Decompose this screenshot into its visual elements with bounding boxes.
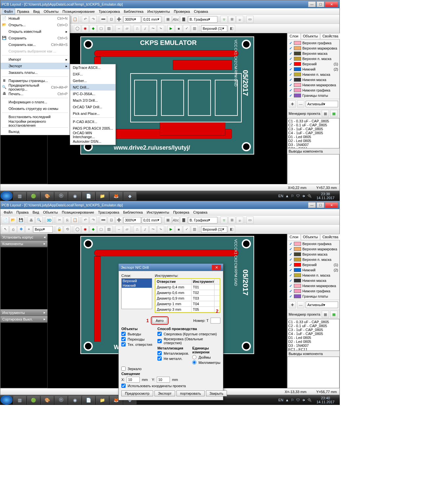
taskbar-firefox[interactable]: 🦊	[110, 192, 123, 200]
pm-icon2[interactable]: ▦	[330, 311, 337, 318]
del-layer-icon[interactable]: —	[297, 100, 304, 108]
chart-icon[interactable]: ▥	[191, 226, 198, 233]
menu-item[interactable]: 🔍Предварительный просмотр...Ctrl+Alt+P	[1, 84, 70, 91]
submenu-item[interactable]: OrCAD MIN Interchange...	[70, 132, 115, 138]
layer-mode-select[interactable]: Активный ▾	[306, 101, 338, 107]
taskbar-notepad[interactable]: 📄	[82, 396, 95, 404]
pins-checkbox[interactable]	[121, 332, 126, 336]
tray-icon-4[interactable]: 🕩	[302, 398, 305, 402]
dim-icon[interactable]: ↔	[115, 25, 123, 32]
align-icon[interactable]: ⎄	[236, 217, 243, 224]
mill-checkbox[interactable]	[157, 339, 162, 343]
lang-indicator[interactable]: EN	[278, 194, 283, 198]
layer-row[interactable]: ✓Верхняя маркировка	[288, 46, 339, 51]
new-icon[interactable]: 📄	[2, 217, 9, 224]
layer-row[interactable]: ✓Нижняя п. маска	[288, 72, 339, 77]
grid-select[interactable]: 0,01 mm ▾	[142, 16, 161, 23]
route2-icon[interactable]: ⎎	[141, 226, 149, 233]
tray-icon-2[interactable]: ⚐	[291, 398, 294, 402]
taskbar-app[interactable]: 🟢	[27, 192, 40, 200]
pm-icon1[interactable]: ▦	[322, 311, 329, 318]
layer-icon[interactable]: ▦	[164, 217, 172, 224]
tray-icon-5[interactable]: 🔌	[307, 194, 312, 198]
tab-Объекты[interactable]: Объекты	[301, 33, 320, 39]
menu-вид[interactable]: Вид	[31, 9, 42, 14]
circle-icon[interactable]: ◯	[74, 25, 81, 32]
component-list[interactable]: C1 - 0.33 uF - CAP_0805C2 - 0.1 uF - CAP…	[287, 319, 339, 351]
route3-icon[interactable]: ⤳	[149, 226, 156, 233]
install-housing[interactable]: Установить корпус◂	[0, 234, 48, 241]
play-icon[interactable]: ▶	[167, 25, 174, 32]
square2-icon[interactable]: ▢	[97, 25, 105, 32]
route2-icon[interactable]: ⎎	[141, 25, 149, 32]
zoom-out-icon[interactable]: ➖	[100, 16, 107, 23]
align-icon[interactable]: ⎄	[236, 16, 243, 23]
tray-icon-2[interactable]: ⚐	[291, 194, 294, 198]
number-input[interactable]	[211, 318, 220, 324]
layers-listbox[interactable]: Верхний Нижний	[121, 278, 152, 309]
menu-item[interactable]: 💾СохранитьCtrl+S	[1, 35, 70, 41]
menu-item[interactable]: Обновить структуру из схемы	[1, 105, 70, 112]
taskbar-app[interactable]: 🎨	[41, 396, 54, 404]
menu-трассировка[interactable]: Трассировка	[96, 210, 121, 215]
layer-row[interactable]: ✓Верхний(1)	[288, 262, 339, 267]
layer-row[interactable]: ✓Верхняя графика	[288, 40, 339, 46]
circle2-icon[interactable]: ◉	[82, 25, 89, 32]
tab-Свойства[interactable]: Свойства	[320, 234, 340, 240]
pins-list[interactable]	[287, 357, 339, 388]
menu-item[interactable]: Импорт	[1, 56, 70, 63]
start-button[interactable]	[1, 191, 12, 200]
mirror-checkbox[interactable]	[121, 367, 126, 371]
layer-row[interactable]: ✓Верхняя маска	[288, 252, 339, 257]
del-layer-icon[interactable]: —	[297, 301, 304, 308]
vias-checkbox[interactable]	[121, 337, 126, 341]
layer-row[interactable]: ✓Нижняя графика	[288, 88, 339, 93]
layerbtn-icon[interactable]: ◧	[228, 25, 235, 32]
layer-row[interactable]: ✓Верхняя графика	[288, 241, 339, 246]
route4-icon[interactable]: ⤷	[157, 25, 164, 32]
table-row[interactable]: Диаметр 0,4 mmT01	[155, 284, 220, 290]
pins-list[interactable]	[287, 154, 339, 184]
tab-Объекты[interactable]: Объекты	[301, 234, 320, 240]
layer-row[interactable]: ✓Верхняя п. маска	[288, 56, 339, 61]
board-icon[interactable]: ▭	[246, 217, 254, 224]
port-button[interactable]: портировать	[176, 390, 205, 396]
sort-toggle[interactable]: Сортировка Выкл.▸	[0, 316, 48, 323]
layer-row[interactable]: ✓Нижняя маска	[288, 278, 339, 283]
dim-icon[interactable]: ↔	[115, 226, 123, 233]
use-coords-checkbox[interactable]	[121, 384, 126, 388]
menu-библиотека[interactable]: Библиотека	[122, 9, 146, 14]
move-icon[interactable]: ✥	[17, 226, 25, 233]
layer-select[interactable]: Верхний (1) ▾	[201, 226, 227, 233]
table-row[interactable]: Диаметр 1 mmT04	[155, 301, 220, 307]
nonplated-checkbox[interactable]	[157, 356, 162, 361]
tech-holes-checkbox[interactable]	[121, 342, 126, 346]
submenu-item[interactable]: Mach 2/3 Drill...	[70, 97, 115, 104]
menu-справка[interactable]: Справка	[191, 210, 209, 215]
menu-объекты[interactable]: Объекты	[41, 210, 60, 215]
tray-icon-1[interactable]: ▲	[285, 398, 289, 402]
layer-icon[interactable]: ▦	[164, 16, 172, 23]
circle2-icon[interactable]: ◉	[82, 226, 89, 233]
circle-icon[interactable]: ◯	[74, 226, 81, 233]
square-icon[interactable]: ◆	[90, 226, 97, 233]
chart-icon[interactable]: ▥	[191, 25, 198, 32]
layer-row[interactable]: ✓Верхняя п. маска	[288, 257, 339, 262]
layer-row[interactable]: ✓Нижний(2)	[288, 67, 339, 72]
tray-icon-5[interactable]: 🔌	[307, 398, 312, 402]
menu-item[interactable]: 📄НовыйCtrl+N	[1, 15, 70, 22]
pm-icon1[interactable]: ▦	[322, 110, 329, 117]
display-select[interactable]: В. Графика ▾	[188, 217, 217, 223]
menu-справка[interactable]: Справка	[192, 9, 210, 14]
stop-icon[interactable]: ■	[175, 25, 182, 32]
grid-icon[interactable]: ⊞	[228, 217, 235, 224]
menu-трассировка[interactable]: Трассировка	[97, 9, 122, 14]
3d-icon[interactable]: 3D	[46, 217, 53, 224]
taskbar-ie[interactable]: ⓔ	[54, 396, 68, 404]
tray-icon-3[interactable]: 🛡	[296, 194, 300, 198]
menu-файл[interactable]: Файл	[2, 210, 14, 215]
layer-row[interactable]: ✓Верхняя маркировка	[288, 246, 339, 252]
color-icon[interactable]: ▇	[180, 16, 187, 23]
zoom-out-icon[interactable]: ➖	[100, 217, 107, 224]
submenu-item[interactable]: N/C Drill...	[70, 84, 115, 91]
